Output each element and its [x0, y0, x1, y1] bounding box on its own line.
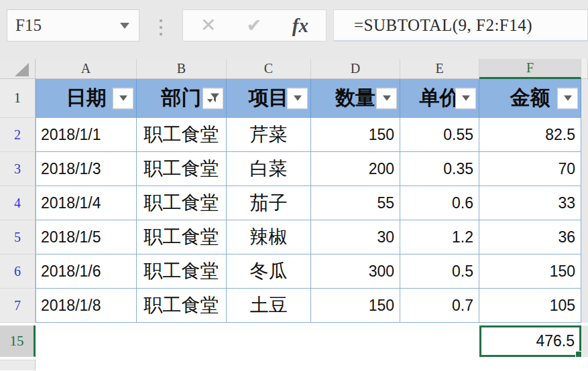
column-header-g-partial[interactable]	[581, 59, 588, 79]
filter-arrow-icon	[462, 96, 470, 101]
enter-icon[interactable]: ✔	[247, 17, 262, 35]
formula-text: =SUBTOTAL(9, F2:F14)	[354, 16, 532, 35]
table-row: 3 2018/1/3 职工食堂 白菜 200 0.35 70	[0, 152, 588, 186]
filter-button-item[interactable]	[287, 88, 308, 108]
filter-button-department[interactable]	[202, 88, 223, 108]
selected-cell-f15[interactable]: 476.5	[479, 325, 581, 357]
row-header-5[interactable]: 5	[0, 220, 36, 254]
table-row: 6 2018/1/6 职工食堂 冬瓜 300 0.5 150	[0, 254, 588, 289]
cell-date[interactable]: 2018/1/1	[36, 118, 137, 152]
cell-amount[interactable]: 105	[479, 289, 581, 323]
cell-date[interactable]: 2018/1/6	[36, 254, 137, 289]
insert-function-icon[interactable]: fx	[292, 16, 308, 35]
filter-funnel-icon	[207, 93, 220, 104]
cell-item[interactable]: 芹菜	[227, 118, 311, 152]
cell-quantity[interactable]: 200	[311, 152, 400, 186]
cell-amount[interactable]: 33	[479, 186, 581, 220]
row-header-16-partial[interactable]	[0, 360, 36, 370]
cancel-icon[interactable]: ✕	[200, 16, 216, 35]
toolbar-drag-handle-icon[interactable]	[160, 19, 162, 35]
cell-date[interactable]: 2018/1/3	[36, 152, 137, 186]
column-header-d[interactable]: D	[311, 59, 400, 79]
cell-quantity[interactable]: 300	[311, 254, 400, 289]
cell-department[interactable]: 职工食堂	[137, 220, 227, 254]
filter-button-amount[interactable]	[557, 88, 578, 108]
cell-quantity[interactable]: 150	[311, 289, 400, 323]
cell-item[interactable]: 冬瓜	[227, 254, 311, 289]
header-label: 项目	[249, 84, 289, 112]
formula-input[interactable]: =SUBTOTAL(9, F2:F14)	[333, 9, 588, 42]
row-header-3[interactable]: 3	[0, 152, 36, 186]
cell-unit-price[interactable]: 1.2	[400, 220, 479, 254]
sheet-grid: A B C D E F 1 日期 部门	[0, 59, 588, 371]
row-header-15-selected[interactable]: 15	[0, 325, 36, 357]
cell-amount[interactable]: 82.5	[479, 118, 581, 152]
cell-quantity[interactable]: 150	[311, 118, 400, 152]
cell-unit-price[interactable]: 0.55	[400, 118, 479, 152]
bottom-partial-row	[0, 357, 588, 371]
select-all-corner[interactable]	[0, 59, 36, 79]
header-label: 部门	[162, 84, 202, 112]
column-header-row: A B C D E F	[0, 59, 588, 79]
filter-button-date[interactable]	[113, 88, 133, 108]
cell-date[interactable]: 2018/1/4	[36, 186, 137, 220]
cell-amount[interactable]: 36	[479, 220, 581, 254]
table-row: 4 2018/1/4 职工食堂 茄子 55 0.6 33	[0, 186, 588, 220]
cell-quantity[interactable]: 30	[311, 220, 400, 254]
filter-arrow-icon	[564, 96, 572, 101]
row-header-1[interactable]: 1	[0, 79, 36, 118]
cell-date[interactable]: 2018/1/5	[36, 220, 137, 254]
spreadsheet-app: F15 ✕ ✔ fx =SUBTOTAL(9, F2:F14) A B C D …	[0, 0, 588, 371]
chevron-down-icon	[120, 23, 129, 29]
formula-toolbar: F15 ✕ ✔ fx =SUBTOTAL(9, F2:F14)	[0, 0, 588, 59]
filter-arrow-icon	[119, 96, 127, 101]
cell-department[interactable]: 职工食堂	[137, 289, 227, 323]
row-header-4[interactable]: 4	[0, 186, 36, 220]
empty-cells-a15-e15[interactable]	[36, 325, 479, 357]
cell-item[interactable]: 土豆	[227, 289, 311, 323]
filter-button-quantity[interactable]	[376, 88, 397, 108]
filter-button-unit-price[interactable]	[455, 88, 476, 108]
header-label: 数量	[335, 84, 375, 112]
row-header-7[interactable]: 7	[0, 289, 36, 323]
header-cell-date[interactable]: 日期	[36, 79, 137, 118]
cell-unit-price[interactable]: 0.35	[400, 152, 479, 186]
cell-item[interactable]: 茄子	[227, 186, 311, 220]
cell-unit-price[interactable]: 0.7	[400, 289, 479, 323]
cell-quantity[interactable]: 55	[311, 186, 400, 220]
row-header-2[interactable]: 2	[0, 118, 36, 152]
cell-unit-price[interactable]: 0.6	[400, 186, 479, 220]
column-header-a[interactable]: A	[36, 59, 137, 79]
formula-buttons-panel: ✕ ✔ fx	[182, 9, 327, 42]
cell-item[interactable]: 辣椒	[227, 220, 311, 254]
name-box-value: F15	[15, 16, 42, 35]
filter-arrow-icon	[383, 96, 391, 101]
cell-amount[interactable]: 150	[479, 254, 581, 289]
header-label: 金额	[510, 84, 550, 112]
header-cell-amount[interactable]: 金额	[479, 79, 581, 118]
subtotal-row: 15 476.5	[0, 325, 588, 357]
cell-department[interactable]: 职工食堂	[137, 254, 227, 289]
column-header-e[interactable]: E	[400, 59, 479, 79]
column-header-b[interactable]: B	[137, 59, 227, 79]
header-cell-quantity[interactable]: 数量	[311, 79, 400, 118]
name-box[interactable]: F15	[7, 9, 139, 42]
cell-item[interactable]: 白菜	[227, 152, 311, 186]
table-header-row: 1 日期 部门 项目	[0, 79, 588, 118]
cell-department[interactable]: 职工食堂	[137, 186, 227, 220]
cell-unit-price[interactable]: 0.5	[400, 254, 479, 289]
row-header-6[interactable]: 6	[0, 254, 36, 289]
cell-amount[interactable]: 70	[479, 152, 581, 186]
cell-date[interactable]: 2018/1/8	[36, 289, 137, 323]
header-cell-item[interactable]: 项目	[227, 79, 311, 118]
header-cell-department[interactable]: 部门	[137, 79, 227, 118]
column-header-f-selected[interactable]: F	[479, 59, 581, 79]
fill-handle[interactable]	[575, 351, 582, 358]
column-header-c[interactable]: C	[227, 59, 311, 79]
table-row: 7 2018/1/8 职工食堂 土豆 150 0.7 105	[0, 289, 588, 323]
header-cell-unit-price[interactable]: 单价	[400, 79, 479, 118]
cell-department[interactable]: 职工食堂	[137, 118, 227, 152]
header-label: 日期	[66, 84, 107, 112]
table-row: 5 2018/1/5 职工食堂 辣椒 30 1.2 36	[0, 220, 588, 254]
cell-department[interactable]: 职工食堂	[137, 152, 227, 186]
